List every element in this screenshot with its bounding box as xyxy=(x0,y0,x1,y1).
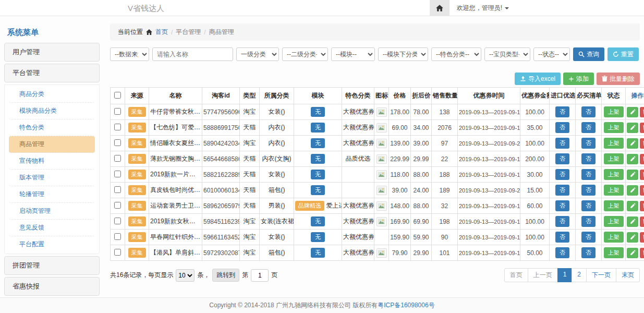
edit-button[interactable] xyxy=(627,201,638,211)
must-buy-toggle[interactable]: 否 xyxy=(581,169,596,180)
reset-button[interactable]: 重置 xyxy=(607,47,639,61)
batch-delete-button[interactable]: 批量删除 xyxy=(597,73,640,85)
must-buy-toggle[interactable]: 否 xyxy=(581,138,596,149)
sidebar-item-意见反馈[interactable]: 意见反馈 xyxy=(9,220,95,236)
status-button[interactable]: 上架 xyxy=(604,200,624,211)
import-select-toggle[interactable]: 否 xyxy=(555,106,569,117)
delete-button[interactable] xyxy=(640,138,644,149)
row-checkbox[interactable] xyxy=(114,218,121,224)
search-button[interactable]: 查询 xyxy=(573,47,604,61)
edit-button[interactable] xyxy=(627,123,638,133)
import-select-toggle[interactable]: 否 xyxy=(555,216,569,227)
row-checkbox[interactable] xyxy=(114,202,121,209)
import-select-toggle[interactable]: 否 xyxy=(555,122,569,133)
filter-select-状态[interactable]: --状态-- xyxy=(533,47,570,61)
edit-button[interactable] xyxy=(627,216,638,227)
delete-button[interactable] xyxy=(640,154,644,164)
must-buy-toggle[interactable]: 否 xyxy=(581,106,596,117)
name-search-input[interactable] xyxy=(152,47,233,61)
edit-button[interactable] xyxy=(627,107,638,117)
sidebar-section-省惠快报[interactable]: 省惠快报 xyxy=(4,277,100,296)
delete-button[interactable] xyxy=(640,216,644,227)
edit-button[interactable] xyxy=(627,154,638,164)
pager-首页[interactable]: 首页 xyxy=(504,268,528,282)
delete-button[interactable] xyxy=(640,170,644,180)
must-buy-toggle[interactable]: 否 xyxy=(581,216,596,227)
row-checkbox[interactable] xyxy=(114,139,121,146)
pager-1[interactable]: 1 xyxy=(557,268,573,282)
edit-button[interactable] xyxy=(627,138,638,149)
must-buy-toggle[interactable]: 否 xyxy=(581,122,596,133)
import-select-toggle[interactable]: 否 xyxy=(555,138,569,149)
sidebar-section-用户管理[interactable]: 用户管理 xyxy=(4,43,100,62)
filter-select-宝贝类型[interactable]: --宝贝类型-- xyxy=(484,47,530,61)
filter-select-数据来源[interactable]: --数据来源-- xyxy=(110,47,149,61)
import-select-toggle[interactable]: 否 xyxy=(555,200,569,211)
import-select-toggle[interactable]: 否 xyxy=(555,232,569,243)
row-checkbox[interactable] xyxy=(114,186,121,193)
status-button[interactable]: 上架 xyxy=(604,106,624,117)
delete-button[interactable] xyxy=(640,107,644,117)
sidebar-item-启动页管理[interactable]: 启动页管理 xyxy=(9,203,95,220)
delete-button[interactable] xyxy=(640,123,644,133)
filter-select-一级分类[interactable]: 一级分类 xyxy=(236,47,279,61)
import-select-toggle[interactable]: 否 xyxy=(555,247,569,258)
home-button[interactable] xyxy=(430,0,449,16)
filter-select-模块下分类[interactable]: --模块下分类-- xyxy=(378,47,428,61)
pager-2[interactable]: 2 xyxy=(572,268,587,282)
sidebar-item-轮播管理[interactable]: 轮播管理 xyxy=(9,186,95,203)
jump-button[interactable]: 跳转到 xyxy=(212,269,239,282)
delete-button[interactable] xyxy=(640,248,644,258)
page-number-input[interactable] xyxy=(251,269,269,282)
import-select-toggle[interactable]: 否 xyxy=(555,185,569,196)
sidebar-item-模块商品分类[interactable]: 模块商品分类 xyxy=(9,103,95,119)
status-button[interactable]: 上架 xyxy=(604,169,624,180)
must-buy-toggle[interactable]: 否 xyxy=(581,247,596,258)
row-checkbox[interactable] xyxy=(114,171,121,177)
filter-select-二级分类[interactable]: --二级分类-- xyxy=(282,47,328,61)
add-button[interactable]: 添加 xyxy=(563,73,594,85)
delete-button[interactable] xyxy=(640,201,644,211)
select-all-checkbox[interactable] xyxy=(114,92,121,99)
must-buy-toggle[interactable]: 否 xyxy=(581,200,596,211)
row-checkbox[interactable] xyxy=(114,155,121,162)
import-excel-button[interactable]: 导入excel xyxy=(515,73,561,85)
icp-link[interactable]: 粤ICP备16098006号 xyxy=(378,301,434,310)
per-page-select[interactable]: 10 xyxy=(176,269,195,282)
row-checkbox[interactable] xyxy=(114,124,121,130)
edit-button[interactable] xyxy=(627,170,638,180)
row-checkbox[interactable] xyxy=(114,108,121,115)
must-buy-toggle[interactable]: 否 xyxy=(581,232,596,243)
must-buy-toggle[interactable]: 否 xyxy=(581,153,596,164)
row-checkbox[interactable] xyxy=(114,249,121,256)
status-button[interactable]: 上架 xyxy=(604,216,624,227)
delete-button[interactable] xyxy=(640,232,644,243)
pager-末页[interactable]: 末页 xyxy=(616,268,640,282)
import-select-toggle[interactable]: 否 xyxy=(555,153,569,164)
row-checkbox[interactable] xyxy=(114,233,121,240)
status-button[interactable]: 上架 xyxy=(604,153,624,164)
sidebar-item-商品分类[interactable]: 商品分类 xyxy=(9,86,95,103)
must-buy-toggle[interactable]: 否 xyxy=(581,185,596,196)
sidebar-item-平台配置[interactable]: 平台配置 xyxy=(9,236,95,252)
import-select-toggle[interactable]: 否 xyxy=(555,169,569,180)
edit-button[interactable] xyxy=(627,248,638,258)
status-button[interactable]: 上架 xyxy=(604,122,624,133)
status-button[interactable]: 上架 xyxy=(604,185,624,196)
sidebar-section-平台管理[interactable]: 平台管理 xyxy=(4,64,100,82)
status-button[interactable]: 上架 xyxy=(604,138,624,149)
pager-上一页[interactable]: 上一页 xyxy=(528,268,558,282)
delete-button[interactable] xyxy=(640,185,644,196)
user-menu[interactable]: 欢迎您，管理员! xyxy=(449,0,516,16)
sidebar-item-特色分类[interactable]: 特色分类 xyxy=(9,119,95,136)
sidebar-item-商品管理[interactable]: 商品管理 xyxy=(9,136,95,153)
edit-button[interactable] xyxy=(627,232,638,243)
status-button[interactable]: 上架 xyxy=(604,232,624,243)
pager-下一页[interactable]: 下一页 xyxy=(586,268,616,282)
sidebar-section-拼团管理[interactable]: 拼团管理 xyxy=(4,256,100,275)
filter-select-模块[interactable]: --模块-- xyxy=(331,47,375,61)
status-button[interactable]: 上架 xyxy=(604,247,624,258)
edit-button[interactable] xyxy=(627,185,638,196)
breadcrumb-home-link[interactable]: 首页 xyxy=(155,28,168,37)
filter-select-特色分类[interactable]: --特色分类-- xyxy=(431,47,481,61)
